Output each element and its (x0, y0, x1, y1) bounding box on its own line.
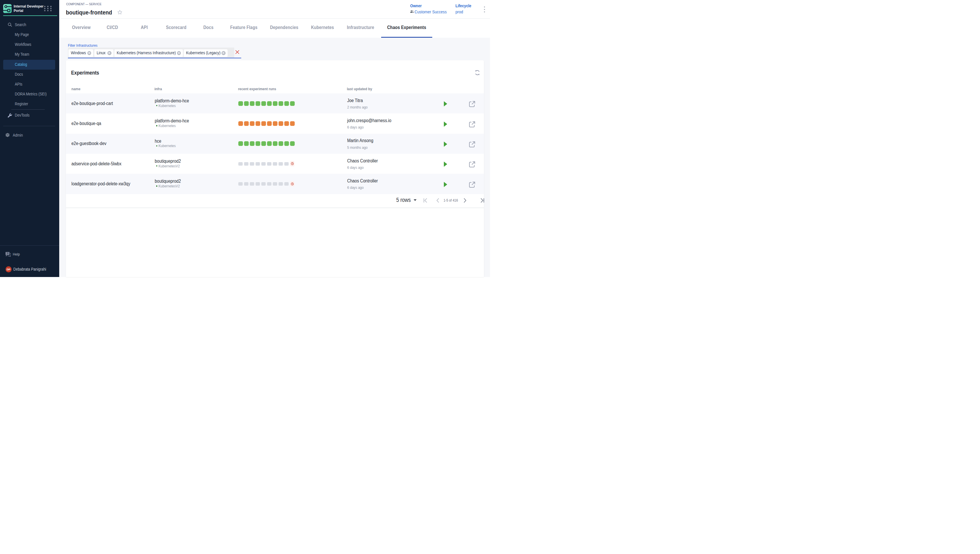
svg-text:?: ? (7, 252, 8, 255)
